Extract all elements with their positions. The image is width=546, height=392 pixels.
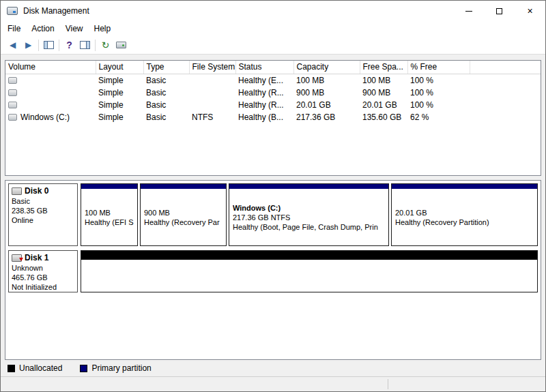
menubar: File Action View Help xyxy=(1,21,545,36)
window-title: Disk Management xyxy=(23,6,89,16)
minimize-button[interactable] xyxy=(453,1,484,21)
disk-list-button[interactable] xyxy=(113,37,129,52)
toolbar-separator xyxy=(38,40,39,51)
disk0-row: Disk 0 Basic 238.35 GB Online 100 MB Hea… xyxy=(8,183,538,246)
back-icon: ◀ xyxy=(10,40,16,50)
maximize-button[interactable] xyxy=(484,1,515,21)
col-free-space[interactable]: Free Spa... xyxy=(360,61,407,74)
cell-layout: Simple xyxy=(96,111,143,123)
disk1-size: 465.76 GB xyxy=(12,273,74,282)
legend-label: Unallocated xyxy=(19,363,62,373)
partition-efi[interactable]: 100 MB Healthy (EFI S xyxy=(81,183,138,246)
legend-label: Primary partition xyxy=(91,363,151,373)
partition-recovery-2[interactable]: 20.01 GB Healthy (Recovery Partition) xyxy=(391,183,538,246)
menu-view[interactable]: View xyxy=(60,22,89,35)
cell-type: Basic xyxy=(143,74,189,87)
col-status[interactable]: Status xyxy=(235,61,293,74)
col-type[interactable]: Type xyxy=(143,61,189,74)
disk0-size: 238.35 GB xyxy=(12,206,74,215)
table-row[interactable]: Simple Basic Healthy (E... 100 MB 100 MB… xyxy=(5,74,541,87)
cell-pct-free: 100 % xyxy=(407,74,470,87)
cell-volume: Windows (C:) xyxy=(20,112,70,122)
console-tree-icon xyxy=(44,41,54,49)
action-pane-icon xyxy=(80,41,90,49)
cell-layout: Simple xyxy=(96,74,143,87)
toolbar-separator xyxy=(59,40,59,51)
partition-size: 217.36 GB NTFS xyxy=(233,213,385,222)
cell-type: Basic xyxy=(143,99,189,111)
disk1-name: Disk 1 xyxy=(25,253,48,262)
disk0-type: Basic xyxy=(12,196,74,206)
menu-file[interactable]: File xyxy=(2,22,26,35)
cell-free-space: 135.60 GB xyxy=(360,111,407,123)
disk1-status: Not Initialized xyxy=(12,282,74,292)
table-row[interactable]: Simple Basic Healthy (R... 20.01 GB 20.0… xyxy=(5,99,541,111)
col-filler xyxy=(470,61,541,74)
menu-action[interactable]: Action xyxy=(26,22,59,35)
volume-table: Volume Layout Type File System Status Ca… xyxy=(5,61,541,123)
disk1-type: Unknown xyxy=(12,263,74,273)
help-button[interactable]: ? xyxy=(61,37,77,52)
toolbar: ◀ ▶ ? ↻ xyxy=(1,36,545,55)
col-layout[interactable]: Layout xyxy=(96,61,143,74)
disk0-label[interactable]: Disk 0 Basic 238.35 GB Online xyxy=(8,183,78,246)
partition-status: Healthy (Recovery Partition) xyxy=(395,217,534,227)
cell-file-system: NTFS xyxy=(189,111,235,123)
close-button[interactable]: × xyxy=(515,1,545,21)
cell-free-space: 20.01 GB xyxy=(360,99,407,111)
legend-primary-partition: Primary partition xyxy=(80,363,151,373)
partition-color-bar xyxy=(141,184,226,189)
col-pct-free[interactable]: % Free xyxy=(407,61,470,74)
action-pane-button[interactable] xyxy=(77,37,93,52)
maximize-icon xyxy=(496,8,502,14)
disk-management-window: Disk Management × File Action View Help … xyxy=(0,0,546,392)
menu-help[interactable]: Help xyxy=(89,22,117,35)
partition-size: 900 MB xyxy=(144,208,222,217)
volume-icon xyxy=(8,102,17,108)
disk0-status: Online xyxy=(12,215,74,225)
titlebar: Disk Management × xyxy=(1,1,545,21)
cell-status: Healthy (E... xyxy=(235,74,293,87)
cell-free-space: 900 MB xyxy=(360,87,407,99)
cell-type: Basic xyxy=(143,87,189,99)
volume-icon xyxy=(8,89,17,96)
cell-capacity: 900 MB xyxy=(293,87,360,99)
volume-icon xyxy=(8,114,17,121)
disk0-partitions: 100 MB Healthy (EFI S 900 MB Healthy (Re… xyxy=(81,183,538,246)
partition-size: 100 MB xyxy=(85,208,134,217)
help-icon: ? xyxy=(66,40,72,50)
col-file-system[interactable]: File System xyxy=(189,61,235,74)
back-button[interactable]: ◀ xyxy=(5,37,20,52)
disk1-label[interactable]: Disk 1 Unknown 465.76 GB Not Initialized xyxy=(8,250,78,292)
disk-icon xyxy=(116,42,126,48)
cell-pct-free: 100 % xyxy=(407,87,470,99)
legend: Unallocated Primary partition xyxy=(1,360,545,376)
console-tree-button[interactable] xyxy=(41,37,57,52)
statusbar-separator xyxy=(388,379,388,389)
col-capacity[interactable]: Capacity xyxy=(293,61,360,74)
table-row[interactable]: Simple Basic Healthy (R... 900 MB 900 MB… xyxy=(5,87,541,99)
col-volume[interactable]: Volume xyxy=(5,61,96,74)
partition-color-bar xyxy=(392,184,537,189)
forward-icon: ▶ xyxy=(25,40,31,50)
refresh-button[interactable]: ↻ xyxy=(98,37,113,52)
table-header-row: Volume Layout Type File System Status Ca… xyxy=(5,61,541,74)
forward-button[interactable]: ▶ xyxy=(20,37,36,52)
partition-status: Healthy (EFI S xyxy=(85,217,134,227)
table-row[interactable]: Windows (C:) Simple Basic NTFS Healthy (… xyxy=(5,111,541,123)
volume-list-panel: Volume Layout Type File System Status Ca… xyxy=(5,60,541,176)
partition-status: Healthy (Recovery Par xyxy=(144,217,222,227)
disk1-row: Disk 1 Unknown 465.76 GB Not Initialized xyxy=(8,250,538,292)
primary-partition-swatch-icon xyxy=(80,365,87,372)
cell-pct-free: 62 % xyxy=(407,111,470,123)
minimize-icon xyxy=(465,11,472,12)
disk1-unallocated-area[interactable] xyxy=(81,250,538,292)
disk0-name: Disk 0 xyxy=(25,186,48,196)
partition-recovery-1[interactable]: 900 MB Healthy (Recovery Par xyxy=(140,183,227,246)
partition-windows-c[interactable]: Windows (C:) 217.36 GB NTFS Healthy (Boo… xyxy=(229,183,389,246)
content-area: Volume Layout Type File System Status Ca… xyxy=(1,55,545,360)
cell-capacity: 217.36 GB xyxy=(293,111,360,123)
partition-status: Healthy (Boot, Page File, Crash Dump, Pr… xyxy=(233,222,385,232)
cell-layout: Simple xyxy=(96,87,143,99)
disk0-icon xyxy=(12,187,22,195)
